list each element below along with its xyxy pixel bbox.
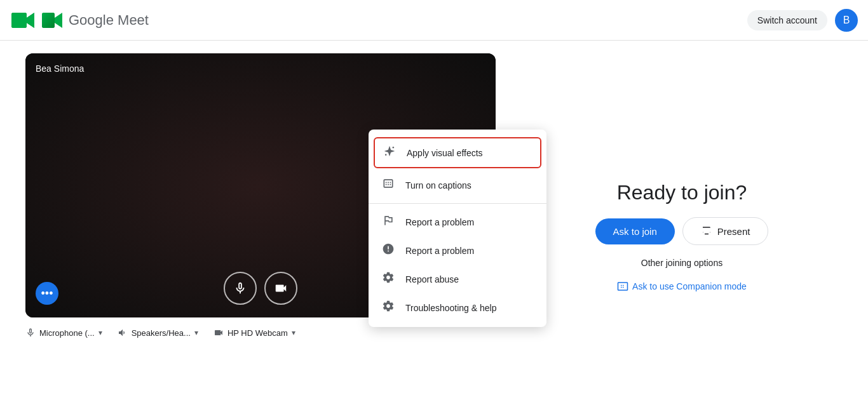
more-icon: •••: [41, 287, 53, 300]
menu-item-visual-effects[interactable]: Apply visual effects: [374, 137, 541, 168]
present-button[interactable]: Present: [682, 217, 769, 245]
speaker-device-icon: [118, 328, 128, 338]
video-container: Bea Simona: [25, 53, 496, 317]
svg-point-11: [393, 147, 395, 149]
settings-icon: [381, 300, 395, 316]
camera-button[interactable]: [264, 272, 297, 305]
ask-join-button[interactable]: Ask to join: [595, 218, 675, 244]
captions-icon: [381, 177, 395, 193]
menu-label-report-problem: Report a problem: [405, 217, 474, 227]
menu-label-captions: Turn on captions: [405, 180, 471, 190]
app-title: Google Meet: [69, 12, 149, 29]
sparkle-menu-icon: [383, 145, 397, 161]
camera-icon: [274, 281, 288, 295]
svg-rect-4: [12, 13, 26, 27]
menu-item-troubleshooting[interactable]: Report abuse: [369, 265, 546, 293]
other-joining-text: Other joining options: [641, 258, 722, 268]
companion-mode-link[interactable]: Ask to use Companion mode: [617, 281, 747, 292]
avatar[interactable]: B: [835, 9, 858, 32]
right-panel: Ready to join? Ask to join Present Other…: [521, 53, 843, 394]
microphone-chevron[interactable]: ▾: [98, 328, 102, 337]
help-icon: [381, 271, 395, 287]
warning-icon: [381, 243, 395, 258]
device-controls: Microphone (... ▾ Speakers/Hea... ▾ HP H…: [25, 325, 496, 340]
webcam-label: HP HD Webcam: [227, 328, 288, 338]
speakers-label: Speakers/Hea...: [132, 328, 191, 338]
webcam-device-icon: [214, 328, 224, 338]
webcam-chevron[interactable]: ▾: [292, 328, 295, 337]
menu-divider-1: [369, 203, 546, 204]
participant-name: Bea Simona: [36, 63, 84, 74]
switch-account-button[interactable]: Switch account: [747, 10, 827, 30]
present-label: Present: [717, 226, 750, 237]
google-meet-logo: [10, 8, 36, 33]
microphone-button[interactable]: [224, 272, 257, 305]
more-options-button[interactable]: •••: [36, 282, 58, 305]
companion-label: Ask to use Companion mode: [632, 281, 747, 291]
present-icon: [701, 225, 712, 237]
menu-item-report-abuse[interactable]: Report a problem: [369, 236, 546, 265]
speakers-control[interactable]: Speakers/Hea... ▾: [118, 328, 198, 338]
header-left: Google Meet: [10, 8, 149, 33]
menu-label-troubleshooting: Report abuse: [405, 274, 459, 284]
ready-title: Ready to join?: [617, 181, 747, 204]
svg-marker-5: [26, 13, 34, 27]
main-content: Bea Simona: [0, 41, 868, 407]
menu-label-settings: Troubleshooting & help: [405, 303, 496, 313]
svg-rect-8: [42, 13, 55, 28]
speakers-chevron[interactable]: ▾: [194, 328, 198, 337]
menu-item-report-problem[interactable]: Report a problem: [369, 208, 546, 236]
mic-device-icon: [25, 328, 36, 338]
microphone-label: Microphone (...: [39, 328, 95, 338]
join-buttons: Ask to join Present: [595, 217, 769, 245]
header: Google Meet Switch account B: [0, 0, 868, 41]
svg-point-12: [385, 154, 387, 156]
svg-marker-7: [55, 13, 62, 28]
menu-item-settings[interactable]: Troubleshooting & help: [369, 293, 546, 322]
mic-icon: [233, 281, 247, 295]
microphone-control[interactable]: Microphone (... ▾: [25, 328, 102, 338]
menu-item-captions[interactable]: Turn on captions: [369, 171, 546, 199]
google-meet-icon: [41, 9, 64, 32]
video-section: Bea Simona: [25, 53, 496, 394]
companion-icon: [617, 281, 628, 292]
dropdown-menu: Apply visual effects Turn on captions: [369, 130, 546, 327]
menu-label-report-abuse: Report a problem: [405, 246, 474, 256]
header-right: Switch account B: [747, 9, 858, 32]
menu-label-visual-effects: Apply visual effects: [407, 148, 483, 158]
webcam-control[interactable]: HP HD Webcam ▾: [214, 328, 295, 338]
flag-icon: [381, 214, 395, 230]
